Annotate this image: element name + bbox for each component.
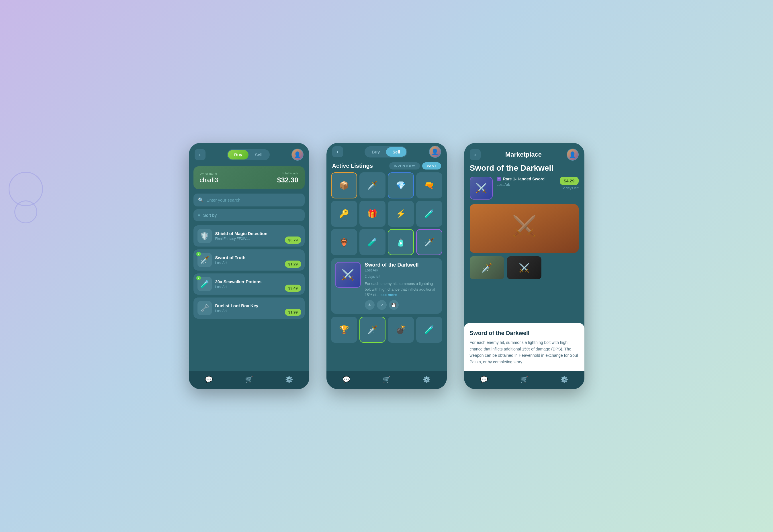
phone3-header: ‹ Marketplace 👤 xyxy=(464,143,585,163)
wallet-owner-label: owner name xyxy=(200,172,219,175)
see-more-link[interactable]: see more xyxy=(380,293,397,297)
desc-title: Sword of the Darkwell xyxy=(470,330,579,336)
search-input[interactable]: Enter your search xyxy=(207,198,241,202)
detail-thumb-1[interactable]: 🗡️ xyxy=(470,256,504,279)
listing-tabs: INVENTORY PAST xyxy=(389,162,441,170)
item-name: Shield of Magic Detection xyxy=(215,231,301,236)
grid-item[interactable]: 🧪 xyxy=(359,229,385,255)
bottom-nav: 💬 🛒 ⚙️ xyxy=(327,371,447,389)
detail-title: Sword of the Darkwell xyxy=(470,163,579,173)
cart-nav-icon[interactable]: 🛒 xyxy=(383,376,390,383)
wallet-name: charli3 xyxy=(200,176,219,184)
bg-decoration-circle-2 xyxy=(14,200,37,223)
sell-button[interactable]: Sell xyxy=(386,147,406,157)
past-tab[interactable]: PAST xyxy=(422,162,441,170)
sell-button[interactable]: Sell xyxy=(249,150,269,159)
featured-item-icon: ⚔️ xyxy=(335,262,361,288)
list-item[interactable]: 🧪 ✦ 20x Seawalker Potions Lost Ark $3.49 xyxy=(194,273,305,295)
grid-item[interactable]: ⚡ xyxy=(388,201,414,227)
screens-container: ‹ Buy Sell 👤 owner name charli3 Total Fu… xyxy=(189,143,585,389)
item-icon: 🧪 ✦ xyxy=(198,277,212,291)
featured-actions: 👁 ↗ 💾 xyxy=(365,300,438,310)
sort-bar[interactable]: ≡ Sort by xyxy=(194,209,305,221)
search-icon: 🔍 xyxy=(198,197,204,203)
grid-item[interactable]: 🔫 xyxy=(416,172,442,198)
wallet-total-label: Total Funds xyxy=(277,172,298,175)
rare-badge: ✦ xyxy=(497,177,501,181)
back-button[interactable]: ‹ xyxy=(470,149,481,160)
grid-item[interactable]: 🧪 xyxy=(416,317,442,343)
item-price: $1.99 xyxy=(285,309,301,316)
grid-item[interactable]: 💣 xyxy=(388,317,414,343)
cart-nav-icon[interactable]: 🛒 xyxy=(245,376,253,383)
bottom-nav: 💬 🛒 ⚙️ xyxy=(464,371,585,389)
bottom-nav: 💬 🛒 ⚙️ xyxy=(189,371,309,389)
search-bar[interactable]: 🔍 Enter your search xyxy=(194,194,305,206)
grid-item[interactable]: 🧴 xyxy=(388,229,414,255)
detail-main-image: ⚔️ xyxy=(470,204,579,253)
phone-screen-3: ‹ Marketplace 👤 Sword of the Darkwell ⚔️… xyxy=(464,143,585,389)
buy-sell-toggle: Buy Sell xyxy=(227,149,270,160)
featured-info: Sword of the Darkwell Lost Ark 2 days le… xyxy=(365,262,438,310)
marketplace-title: Marketplace xyxy=(505,151,542,158)
settings-nav-icon[interactable]: ⚙️ xyxy=(423,376,430,383)
item-price: $3.49 xyxy=(285,285,301,292)
avatar[interactable]: 👤 xyxy=(566,149,579,161)
sort-label: Sort by xyxy=(203,213,217,218)
svg-text:⚔️: ⚔️ xyxy=(511,214,537,238)
avatar[interactable]: 👤 xyxy=(292,149,304,161)
detail-price: $4.29 xyxy=(560,177,579,185)
featured-card: ⚔️ Sword of the Darkwell Lost Ark 2 days… xyxy=(331,258,442,314)
item-icon: 🗝️ xyxy=(198,301,212,315)
section-title: Active Listings xyxy=(332,163,373,169)
grid-item[interactable]: 🏺 xyxy=(331,229,357,255)
grid-item[interactable]: 🗡️ xyxy=(359,172,385,198)
buy-button[interactable]: Buy xyxy=(228,150,249,159)
chat-nav-icon[interactable]: 💬 xyxy=(343,376,350,383)
chat-nav-icon[interactable]: 💬 xyxy=(205,376,213,383)
item-badge: ✦ xyxy=(196,276,201,280)
description-card: Sword of the Darkwell For each enemy hit… xyxy=(464,323,585,372)
grid-item[interactable]: 🧪 xyxy=(416,201,442,227)
list-item[interactable]: 🗝️ Duelist Loot Box Key Lost Ark $1.99 xyxy=(194,297,305,319)
main-image-svg: ⚔️ xyxy=(470,204,579,253)
grid-item[interactable]: 💎 xyxy=(388,172,414,198)
grid-item[interactable]: 🏆 xyxy=(331,317,357,343)
active-listings-header: Active Listings INVENTORY PAST xyxy=(327,161,447,172)
buy-button[interactable]: Buy xyxy=(365,147,386,157)
inventory-tab[interactable]: INVENTORY xyxy=(389,162,420,170)
grid-item[interactable]: 🔑 xyxy=(331,201,357,227)
phone-screen-2: ‹ Buy Sell 👤 Active Listings INVENTORY P… xyxy=(327,143,447,389)
item-name: Duelist Loot Box Key xyxy=(215,303,301,308)
detail-item-thumbnail: ⚔️ xyxy=(470,177,493,200)
filter-icon: ≡ xyxy=(198,213,201,218)
detail-item-type: ✦ Rare 1-Handed Sword xyxy=(497,177,556,181)
buy-sell-toggle: Buy Sell xyxy=(365,146,407,157)
cart-nav-icon[interactable]: 🛒 xyxy=(520,376,528,383)
desc-text: For each enemy hit, summons a lightning … xyxy=(470,339,579,365)
detail-content: Sword of the Darkwell ⚔️ ✦ Rare 1-Handed… xyxy=(464,163,585,279)
featured-days: 2 days left xyxy=(365,275,438,279)
grid-item[interactable]: 📦 xyxy=(331,172,357,198)
list-item[interactable]: 🗡️ ✦ Sword of Truth Lost Ark $1.29 xyxy=(194,249,305,271)
grid-item[interactable]: 🗡️ xyxy=(359,317,385,343)
save-action-btn[interactable]: 💾 xyxy=(389,300,399,310)
phone1-header: ‹ Buy Sell 👤 xyxy=(189,143,309,165)
chat-nav-icon[interactable]: 💬 xyxy=(480,376,488,383)
grid-item[interactable]: 🗡️ xyxy=(416,229,442,255)
settings-nav-icon[interactable]: ⚙️ xyxy=(285,376,293,383)
wallet-right: Total Funds $32.30 xyxy=(277,172,298,184)
wallet-amount: $32.30 xyxy=(277,176,298,184)
detail-thumbnails: 🗡️ ⚔️ xyxy=(470,256,579,279)
avatar[interactable]: 👤 xyxy=(429,146,441,158)
grid-item[interactable]: 🎁 xyxy=(359,201,385,227)
detail-thumb-2[interactable]: ⚔️ xyxy=(507,256,541,279)
detail-item-meta: ✦ Rare 1-Handed Sword Lost Ark xyxy=(497,177,556,187)
share-action-btn[interactable]: ↗ xyxy=(377,300,387,310)
item-icon: 🛡️ xyxy=(198,229,212,243)
settings-nav-icon[interactable]: ⚙️ xyxy=(560,376,568,383)
back-button[interactable]: ‹ xyxy=(332,146,343,157)
view-action-btn[interactable]: 👁 xyxy=(365,300,375,310)
list-item[interactable]: 🛡️ Shield of Magic Detection Final Fanta… xyxy=(194,225,305,247)
back-button[interactable]: ‹ xyxy=(195,149,206,160)
